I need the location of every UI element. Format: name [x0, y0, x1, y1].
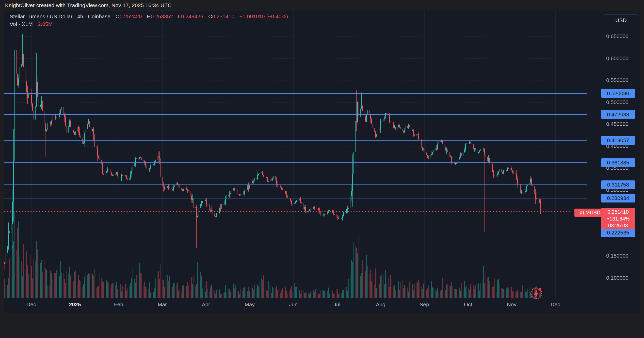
footer-bar: TradingView	[0, 313, 644, 338]
ohlc-high-label: H	[147, 13, 151, 19]
ohlc-high-value: 0.253352	[151, 13, 173, 19]
legend-symbol-row: Stellar Lumens / US Dollar · 4h · Coinba…	[10, 13, 288, 20]
time-axis-label: Mar	[158, 301, 167, 308]
time-axis-label: Jul	[334, 301, 341, 308]
ohlc-close-label: C	[208, 13, 212, 19]
price-chart-canvas[interactable]	[4, 11, 587, 298]
legend-volume-row: Vol · XLM 2.05M	[10, 20, 288, 28]
time-axis-label: Feb	[114, 301, 123, 308]
time-axis-label: Aug	[376, 301, 385, 308]
price-tick: 0.650000	[600, 32, 635, 41]
ohlc-close-value: 0.251410	[212, 13, 234, 19]
volume-value: 2.05M	[38, 21, 53, 27]
current-price-countdown: 03:25:08	[601, 222, 635, 229]
symbol-title: Stellar Lumens / US Dollar · 4h · Coinba…	[10, 13, 110, 19]
price-level-label: 0.311758	[601, 180, 635, 189]
price-tick: 0.550000	[600, 76, 635, 84]
time-axis-label: Sep	[420, 301, 429, 308]
price-level-label: 0.222535	[601, 228, 635, 237]
ohlc-low-label: L	[178, 13, 181, 19]
ohlc-open-value: 0.252420	[120, 13, 142, 19]
price-level-label: 0.361885	[601, 158, 635, 167]
time-axis-label: Apr	[202, 301, 210, 308]
time-axis-label: Jun	[289, 301, 298, 308]
time-axis-label: Dec	[26, 301, 36, 308]
current-price-label: 0.251410 +131.84% 03:25:08	[601, 208, 635, 229]
lightning-attribution-icon[interactable]	[529, 285, 545, 301]
ohlc-low-value: 0.248426	[181, 13, 203, 19]
price-level-label: 0.472088	[601, 110, 635, 119]
time-axis-label: 2025	[69, 301, 81, 308]
time-axis-label: Dec	[551, 301, 560, 308]
price-tick: 0.500000	[600, 98, 635, 107]
chart-legend: Stellar Lumens / US Dollar · 4h · Coinba…	[10, 13, 288, 28]
currency-usd-button[interactable]: USD	[603, 14, 639, 26]
current-price-change: +131.84%	[601, 215, 635, 222]
ohlc-open-label: O	[116, 13, 120, 19]
price-level-label: 0.280934	[601, 194, 635, 202]
price-axis[interactable]: USD 0.6500000.6000000.5500000.5000000.45…	[587, 11, 640, 298]
change-value: −0.001010 (−0.40%)	[239, 13, 288, 19]
price-level-label: 0.520090	[601, 89, 635, 98]
current-price-value: 0.251410	[601, 209, 635, 215]
price-tick: 0.150000	[600, 251, 635, 260]
time-axis-label: Oct	[464, 301, 472, 308]
price-tick: 0.100000	[600, 274, 635, 282]
snapshot-attribution-text: KnightOliver created with TradingView.co…	[5, 2, 172, 8]
price-tick: 0.600000	[600, 54, 635, 63]
chart-widget: Stellar Lumens / US Dollar · 4h · Coinba…	[4, 11, 640, 313]
volume-label: Vol · XLM	[10, 21, 33, 27]
time-axis-label: Nov	[507, 301, 516, 308]
time-axis-label: May	[245, 301, 255, 308]
snapshot-header-bar: KnightOliver created with TradingView.co…	[0, 0, 644, 11]
price-tick: 0.450000	[600, 120, 635, 128]
price-level-label: 0.413057	[601, 136, 635, 145]
